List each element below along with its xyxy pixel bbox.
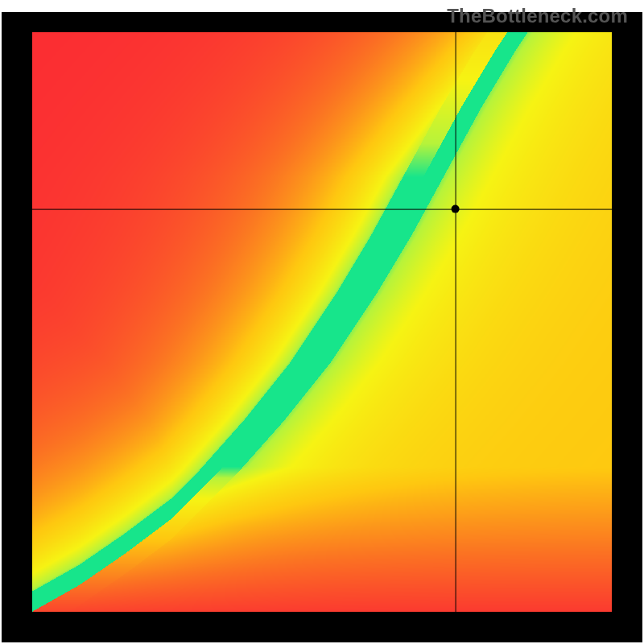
bottleneck-heatmap <box>0 0 644 644</box>
chart-container: TheBottleneck.com <box>0 0 644 644</box>
watermark-label: TheBottleneck.com <box>447 5 628 27</box>
